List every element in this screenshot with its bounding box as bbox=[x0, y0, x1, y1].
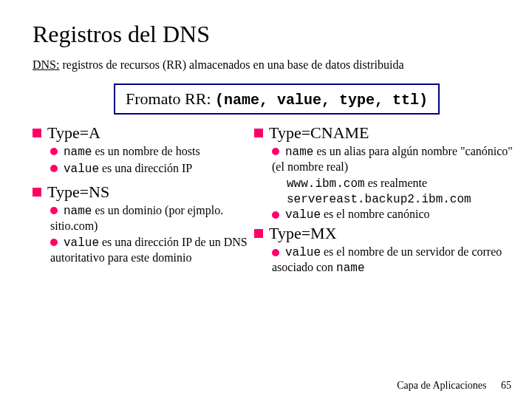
type-cname-heading: Type=CNAME bbox=[254, 123, 520, 143]
page-title: Registros del DNS bbox=[33, 21, 508, 48]
type-ns-value-code: value bbox=[64, 236, 99, 250]
type-a-value-code: value bbox=[64, 163, 99, 176]
type-a-name-desc: es un nombre de hosts bbox=[92, 145, 200, 157]
type-ns-item-1: name es un dominio (por ejmplo. sitio.co… bbox=[50, 203, 262, 233]
circle-bullet-icon bbox=[272, 148, 279, 155]
subtitle-rest: registros de recursos (RR) almacenados e… bbox=[59, 58, 403, 71]
type-a-heading: Type=A bbox=[33, 123, 262, 143]
type-cname-value-code: value bbox=[285, 208, 321, 222]
right-column: Type=CNAME name es un alias para algún n… bbox=[254, 122, 520, 277]
slide: Registros del DNS DNS: registros de recu… bbox=[0, 0, 532, 399]
type-ns-name-code: name bbox=[64, 205, 92, 218]
type-cname-heading-text: Type=CNAME bbox=[269, 123, 369, 142]
square-bullet-icon bbox=[33, 129, 41, 137]
rr-format-label: Fromato RR: bbox=[126, 89, 215, 108]
type-cname-item-1: name es un alias para algún nombre "canó… bbox=[272, 144, 520, 174]
type-a-value-desc: es una dirección IP bbox=[99, 162, 192, 174]
type-a-heading-text: Type=A bbox=[47, 123, 100, 142]
square-bullet-icon bbox=[254, 129, 263, 137]
cname-ex1-code: www.ibm.com bbox=[287, 177, 365, 191]
circle-bullet-icon bbox=[272, 211, 279, 219]
type-ns-heading-text: Type=NS bbox=[47, 183, 109, 201]
rr-format-box: Fromato RR: (name, value, type, ttl) bbox=[114, 83, 440, 115]
square-bullet-icon bbox=[254, 229, 263, 238]
type-ns-item-2: value es una dirección IP de un DNS auto… bbox=[50, 235, 262, 265]
type-cname-value-desc: es el nombre canónico bbox=[321, 208, 430, 220]
circle-bullet-icon bbox=[272, 249, 279, 256]
subtitle: DNS: registros de recursos (RR) almacena… bbox=[33, 58, 508, 72]
footer-text: Capa de Aplicaciones bbox=[397, 380, 486, 391]
type-mx-value-code: value bbox=[285, 246, 321, 259]
type-mx-heading-text: Type=MX bbox=[269, 224, 337, 242]
circle-bullet-icon bbox=[50, 207, 58, 214]
type-a-name-code: name bbox=[64, 146, 92, 159]
type-cname-name-code: name bbox=[285, 146, 313, 159]
circle-bullet-icon bbox=[50, 148, 58, 155]
page-number: 65 bbox=[501, 380, 511, 391]
left-column: Type=A name es un nombre de hosts value … bbox=[33, 122, 262, 267]
type-a-item-1: name es un nombre de hosts bbox=[50, 144, 262, 160]
rr-format-tuple: (name, value, type, ttl) bbox=[215, 92, 428, 109]
type-mx-heading: Type=MX bbox=[254, 224, 520, 243]
type-mx-item-1: value es el nombre de un servidor de cor… bbox=[272, 245, 520, 276]
cname-ex2-code: servereast.backup2.ibm.com bbox=[287, 193, 471, 206]
square-bullet-icon bbox=[33, 188, 41, 197]
type-ns-heading: Type=NS bbox=[33, 183, 262, 202]
circle-bullet-icon bbox=[50, 239, 58, 246]
type-cname-example-2: servereast.backup2.ibm.com bbox=[287, 191, 520, 207]
cname-ex1-text: es realmente bbox=[365, 177, 427, 189]
type-a-item-2: value es una dirección IP bbox=[50, 161, 262, 177]
type-cname-item-2: value es el nombre canónico bbox=[272, 207, 520, 222]
circle-bullet-icon bbox=[50, 165, 58, 172]
footer: Capa de Aplicaciones 65 bbox=[397, 380, 511, 392]
type-mx-name-code: name bbox=[336, 262, 364, 275]
subtitle-label: DNS: bbox=[33, 58, 59, 71]
type-cname-example-1: www.ibm.com es realmente bbox=[287, 176, 520, 191]
